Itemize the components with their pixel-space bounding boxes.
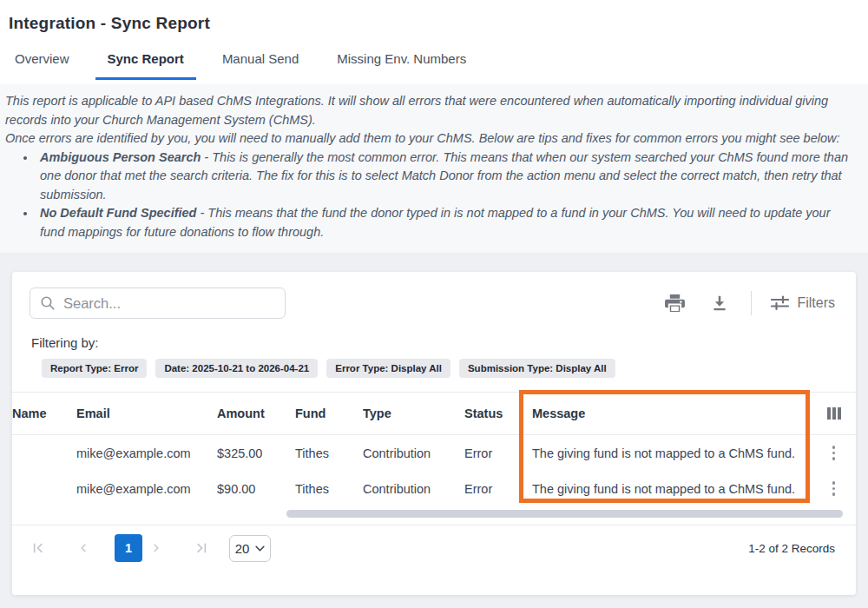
description-paragraph-1: This report is applicable to API based C… (5, 92, 855, 129)
cell-status: Error (464, 446, 532, 460)
cell-status: Error (464, 482, 532, 496)
column-chooser-icon[interactable] (827, 407, 841, 420)
search-box[interactable] (30, 287, 286, 319)
error-tip-item: No Default Fund Specified - This means t… (36, 204, 855, 241)
records-summary: 1-2 of 2 Records (748, 542, 835, 555)
cell-amount: $325.00 (217, 446, 295, 460)
report-description: This report is applicable to API based C… (0, 84, 868, 253)
chip-date-range[interactable]: Date: 2025-10-21 to 2026-04-21 (155, 359, 318, 378)
description-paragraph-2: Once errors are identified by you, you w… (5, 129, 855, 149)
horizontal-scrollbar-thumb[interactable] (286, 510, 843, 518)
card-toolbar: Filters (12, 272, 856, 319)
search-input[interactable] (63, 295, 275, 312)
error-tip-item: Ambiguous Person Search - This is genera… (36, 149, 855, 205)
previous-page-icon[interactable] (69, 534, 97, 562)
cell-message: The giving fund is not mapped to a ChMS … (532, 446, 812, 460)
column-header-fund[interactable]: Fund (295, 406, 363, 420)
column-header-name[interactable]: Name (12, 406, 76, 420)
column-header-type[interactable]: Type (363, 406, 464, 420)
search-icon (40, 295, 56, 311)
page-size-select[interactable]: 20 (229, 535, 271, 562)
cell-email: mike@example.com (76, 482, 217, 496)
page-size-value: 20 (235, 541, 250, 556)
filters-button[interactable]: Filters (771, 295, 835, 311)
tab-sync-report[interactable]: Sync Report (95, 51, 196, 80)
main-content: Filters Filtering by: Report Type: Error… (0, 253, 868, 595)
chip-report-type[interactable]: Report Type: Error (42, 359, 147, 378)
first-page-icon[interactable] (24, 534, 52, 562)
cell-fund: Tithes (295, 446, 363, 460)
last-page-icon[interactable] (187, 534, 215, 562)
column-header-status[interactable]: Status (464, 406, 532, 420)
table-row: mike@example.com $325.00 Tithes Contribu… (12, 435, 856, 471)
filtering-by-label: Filtering by: (31, 335, 856, 350)
tab-bar: Overview Sync Report Manual Send Missing… (9, 51, 868, 80)
toolbar-divider (751, 291, 752, 315)
tab-overview[interactable]: Overview (3, 51, 82, 80)
cell-amount: $90.00 (217, 482, 295, 496)
cell-fund: Tithes (295, 482, 363, 496)
current-page-button[interactable]: 1 (115, 534, 142, 562)
error-tip-title: Ambiguous Person Search (40, 150, 201, 164)
column-header-amount[interactable]: Amount (217, 406, 295, 420)
results-table: Name Email Amount Fund Type Status Messa… (12, 392, 856, 518)
cell-type: Contribution (363, 482, 464, 496)
column-header-email[interactable]: Email (76, 406, 217, 420)
cell-message: The giving fund is not mapped to a ChMS … (532, 482, 812, 496)
error-tips-list: Ambiguous Person Search - This is genera… (5, 149, 855, 242)
tab-missing-env-numbers[interactable]: Missing Env. Numbers (325, 51, 478, 80)
filters-label: Filters (797, 295, 835, 311)
horizontal-scrollbar (12, 510, 856, 518)
tab-manual-send[interactable]: Manual Send (210, 51, 311, 80)
next-page-icon[interactable] (142, 534, 170, 562)
table-row: mike@example.com $90.00 Tithes Contribut… (12, 471, 856, 506)
toolbar-actions: Filters (665, 291, 835, 315)
row-actions-menu-icon[interactable] (829, 478, 839, 499)
download-icon[interactable] (711, 294, 728, 312)
filters-icon (771, 295, 789, 311)
error-tip-title: No Default Fund Specified (40, 206, 196, 220)
chevron-down-icon (255, 545, 265, 552)
column-header-message[interactable]: Message (532, 406, 812, 420)
chip-error-type[interactable]: Error Type: Display All (326, 359, 450, 378)
filter-chips: Report Type: Error Date: 2025-10-21 to 2… (42, 359, 856, 378)
cell-type: Contribution (363, 446, 464, 460)
table-header-row: Name Email Amount Fund Type Status Messa… (12, 392, 856, 435)
page-title: Integration - Sync Report (9, 14, 868, 33)
row-actions-menu-icon[interactable] (829, 442, 839, 464)
chip-submission-type[interactable]: Submission Type: Display All (459, 359, 615, 378)
pagination-bar: 1 20 1-2 of 2 Records (12, 525, 856, 562)
sync-report-card: Filters Filtering by: Report Type: Error… (12, 272, 856, 595)
print-icon[interactable] (665, 294, 685, 313)
cell-email: mike@example.com (76, 446, 217, 460)
page-header: Integration - Sync Report Overview Sync … (0, 0, 868, 84)
